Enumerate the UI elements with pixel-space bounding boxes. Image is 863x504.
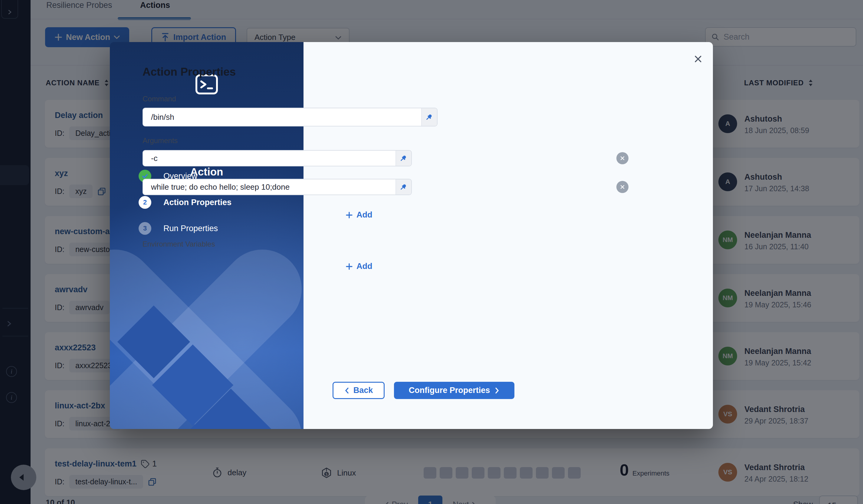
modal-form-panel: [303, 42, 713, 429]
wizard-step-run-properties[interactable]: 3 Run Properties: [139, 222, 218, 235]
step-number-badge: 3: [139, 222, 151, 235]
argument-field: [142, 179, 412, 195]
create-action-modal: Create a Custom Script Action Overview 2…: [110, 42, 713, 429]
step-number-badge: 2: [139, 196, 151, 209]
arguments-label: Arguments: [142, 136, 178, 145]
x-icon: [620, 156, 625, 161]
command-field: [142, 108, 438, 126]
app-root: i i Resilience Probes Actions New Action…: [0, 0, 863, 504]
configure-properties-button[interactable]: Configure Properties: [394, 382, 514, 399]
command-label: Command: [142, 95, 176, 103]
argument-input[interactable]: [143, 151, 396, 166]
pin-icon[interactable]: [396, 179, 411, 194]
back-button[interactable]: Back: [333, 382, 385, 399]
close-icon[interactable]: [690, 51, 706, 67]
modal-heading: Action Properties: [142, 66, 236, 78]
add-env-variable-button[interactable]: Add: [346, 262, 372, 271]
plus-icon: [346, 212, 353, 219]
plus-icon: [346, 263, 353, 270]
remove-argument-button[interactable]: [616, 152, 628, 164]
wizard-step-action-properties[interactable]: 2 Action Properties: [139, 196, 232, 209]
command-input[interactable]: [143, 108, 421, 126]
argument-field: [142, 150, 412, 166]
chevron-left-icon: [345, 387, 349, 394]
remove-argument-button[interactable]: [616, 181, 628, 193]
wizard-panel: Create a Custom Script Action Overview 2…: [110, 42, 303, 429]
pin-icon[interactable]: [421, 108, 437, 126]
chevron-right-icon: [495, 387, 500, 394]
argument-input[interactable]: [143, 179, 396, 194]
pin-icon[interactable]: [396, 151, 411, 166]
add-argument-button[interactable]: Add: [346, 210, 372, 219]
environment-variables-label: Environment Variables: [142, 240, 215, 248]
x-icon: [620, 185, 625, 189]
